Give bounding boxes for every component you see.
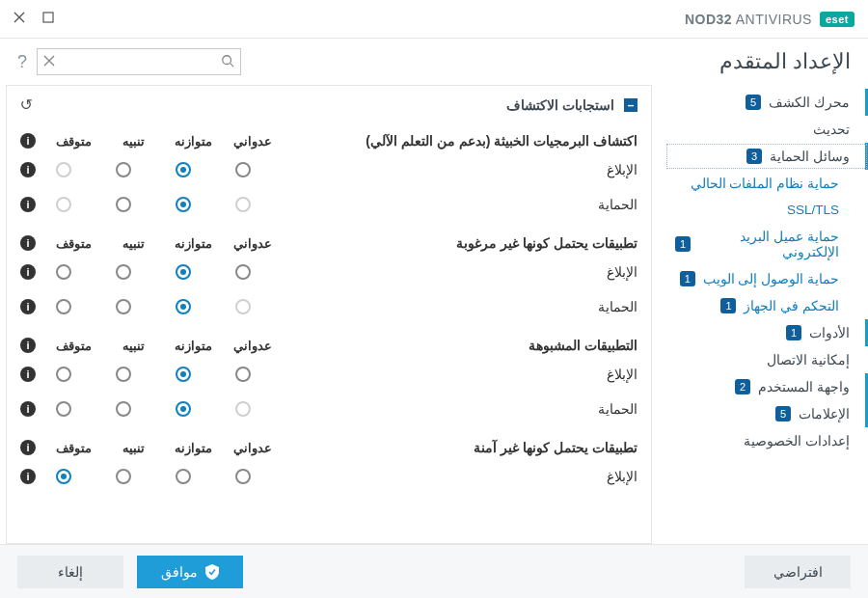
info-icon[interactable]: i: [20, 235, 36, 251]
shield-icon: [205, 564, 219, 580]
sidebar-item-1[interactable]: تحديث: [665, 116, 868, 143]
row-label: الحماية: [265, 401, 637, 417]
sidebar-item-8[interactable]: الأدوات1: [665, 319, 868, 346]
radio-متوازنه[interactable]: [176, 197, 191, 212]
sidebar-item-6[interactable]: حماية الوصول إلى الويب1: [665, 265, 868, 292]
window-maximize-icon[interactable]: [42, 12, 54, 26]
search-input[interactable]: [55, 55, 221, 69]
svg-rect-0: [43, 13, 53, 22]
radio-تنبيه[interactable]: [116, 367, 131, 382]
search-box[interactable]: [37, 48, 241, 75]
info-icon[interactable]: i: [20, 367, 36, 382]
sidebar-item-2[interactable]: وسائل الحماية3: [665, 143, 868, 170]
sidebar-item-label: محرك الكشف: [769, 95, 850, 110]
sidebar-item-label: إمكانية الاتصال: [767, 352, 850, 367]
column-label: متوقف: [51, 134, 95, 149]
info-icon[interactable]: i: [20, 440, 36, 455]
sidebar-item-11[interactable]: الإعلامات5: [665, 400, 868, 427]
column-label: متوازنه: [171, 339, 215, 353]
undo-icon[interactable]: ↻: [20, 95, 33, 114]
brand-product-bold: NOD32: [685, 12, 732, 27]
radio-تنبيه[interactable]: [116, 264, 131, 280]
column-label: متوازنه: [171, 236, 215, 251]
sidebar-item-label: حماية نظام الملفات الحالي: [691, 176, 839, 191]
info-icon[interactable]: i: [20, 133, 36, 149]
sidebar-item-label: الأدوات: [809, 325, 850, 340]
radio-متوقف[interactable]: [56, 469, 71, 484]
sidebar-item-12[interactable]: إعدادات الخصوصية: [665, 427, 868, 454]
column-label: متوقف: [51, 236, 95, 251]
collapse-icon[interactable]: –: [624, 98, 637, 112]
radio-متوازنه[interactable]: [176, 367, 191, 382]
setting-row: الحمايةi: [20, 187, 637, 222]
column-label: تنبيه: [111, 339, 155, 353]
group-name: التطبيقات المشبوهة: [285, 338, 637, 353]
main-panel-scroll[interactable]: – استجابات الاكتشاف ↻ اكتشاف البرمجيات ا…: [0, 85, 665, 544]
info-icon[interactable]: i: [20, 401, 36, 417]
setting-row: الإبلاغi: [20, 357, 637, 392]
ok-button-label: موافق: [161, 564, 198, 580]
radio-تنبيه[interactable]: [116, 197, 131, 212]
radio-متوقف[interactable]: [56, 299, 71, 314]
sidebar-item-7[interactable]: التحكم في الجهاز1: [665, 292, 868, 319]
info-icon[interactable]: i: [20, 469, 36, 484]
svg-point-1: [223, 55, 231, 64]
sidebar-item-10[interactable]: واجهة المستخدم2: [665, 373, 868, 400]
column-label: عدواني: [231, 339, 275, 353]
badge: 2: [735, 379, 750, 394]
default-button[interactable]: افتراضي: [745, 556, 851, 588]
ok-button[interactable]: موافق: [137, 556, 243, 588]
radio-تنبيه[interactable]: [116, 469, 131, 484]
radio-عدواني[interactable]: [235, 469, 251, 484]
info-icon[interactable]: i: [20, 264, 36, 280]
panel-title: استجابات الاكتشاف: [506, 97, 614, 113]
badge: 1: [675, 236, 691, 252]
info-icon[interactable]: i: [20, 338, 36, 353]
radio-تنبيه[interactable]: [116, 299, 131, 314]
sidebar-item-0[interactable]: محرك الكشف5: [665, 89, 868, 116]
sidebar-item-3[interactable]: حماية نظام الملفات الحالي: [665, 170, 868, 197]
row-label: الحماية: [265, 299, 637, 314]
radio-متوازنه[interactable]: [176, 299, 191, 314]
search-clear-icon[interactable]: [43, 55, 55, 69]
sidebar-item-label: تحديث: [813, 122, 850, 137]
sidebar-item-label: الإعلامات: [799, 406, 850, 421]
radio-متوقف[interactable]: [56, 367, 71, 382]
radio-متوازنه[interactable]: [176, 401, 191, 417]
badge: 3: [746, 149, 762, 164]
sidebar-item-4[interactable]: SSL/TLS: [665, 197, 868, 223]
sidebar-item-label: حماية عميل البريد الإلكتروني: [698, 229, 839, 259]
radio-متوازنه[interactable]: [176, 162, 191, 177]
radio-متوازنه[interactable]: [176, 469, 191, 484]
radio-متوقف[interactable]: [56, 401, 71, 417]
setting-row: الإبلاغi: [20, 459, 637, 494]
cancel-button[interactable]: إلغاء: [17, 556, 123, 588]
radio-متوقف[interactable]: [56, 264, 71, 280]
badge: 1: [786, 325, 801, 340]
radio-متوقف: [56, 162, 71, 177]
sidebar-item-5[interactable]: حماية عميل البريد الإلكتروني1: [665, 223, 868, 265]
radio-متوازنه[interactable]: [176, 264, 191, 280]
column-label: عدواني: [231, 134, 275, 149]
brand-product: NOD32 ANTIVIRUS: [685, 12, 812, 27]
sidebar-item-9[interactable]: إمكانية الاتصال: [665, 346, 868, 373]
column-label: عدواني: [231, 441, 275, 455]
group-3: تطبيقات يحتمل كونها غير آمنةعدوانيمتوازن…: [7, 430, 651, 498]
radio-عدواني: [235, 197, 251, 212]
column-label: متوقف: [51, 441, 95, 455]
info-icon[interactable]: i: [20, 162, 36, 177]
radio-عدواني[interactable]: [235, 367, 251, 382]
setting-row: الحمايةi: [20, 289, 637, 324]
window-close-icon[interactable]: [14, 12, 25, 26]
info-icon[interactable]: i: [20, 299, 36, 314]
radio-عدواني[interactable]: [235, 264, 251, 280]
sidebar-item-label: التحكم في الجهاز: [744, 298, 839, 313]
radio-تنبيه[interactable]: [116, 162, 131, 177]
radio-تنبيه[interactable]: [116, 401, 131, 417]
group-name: اكتشاف البرمجيات الخبيثة (بدعم من التعلم…: [285, 133, 637, 149]
info-icon[interactable]: i: [20, 197, 36, 212]
help-icon[interactable]: ?: [17, 52, 27, 72]
radio-متوقف: [56, 197, 71, 212]
row-label: الإبلاغ: [265, 367, 637, 382]
radio-عدواني[interactable]: [235, 162, 251, 177]
